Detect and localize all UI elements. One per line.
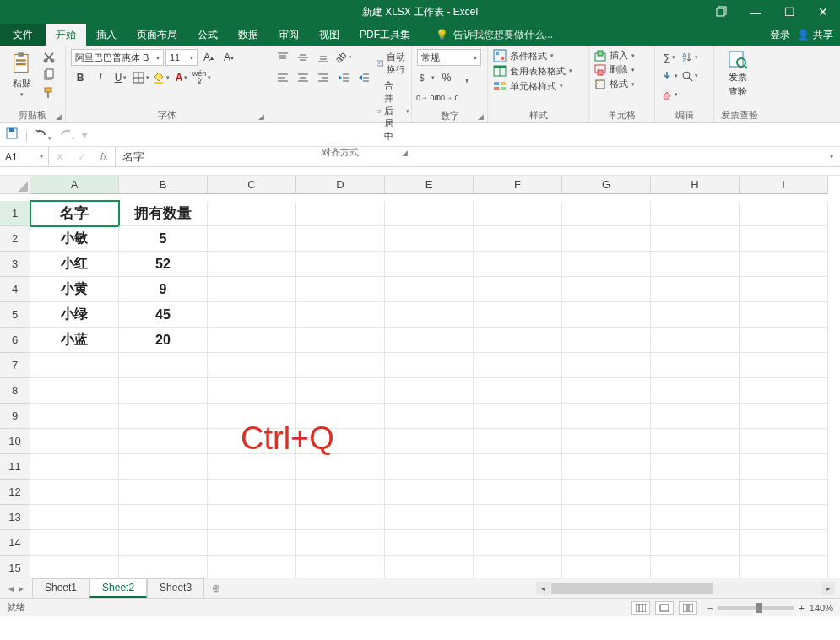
cell[interactable]	[562, 378, 651, 404]
cell[interactable]	[119, 353, 208, 378]
row-header[interactable]: 10	[0, 429, 30, 454]
fill-button[interactable]	[660, 68, 679, 84]
invoice-check-button[interactable]: 发票 查验	[719, 49, 756, 98]
cell[interactable]	[385, 302, 474, 328]
cell[interactable]	[474, 454, 562, 480]
format-cells-button[interactable]: 格式▾	[594, 78, 635, 90]
border-button[interactable]	[132, 69, 150, 86]
cell[interactable]	[474, 302, 562, 328]
wrap-text-button[interactable]: 自动换行	[377, 51, 409, 76]
name-box[interactable]: A1▾	[0, 147, 49, 166]
cell[interactable]	[385, 277, 474, 302]
sheet-nav-last[interactable]: ▸	[19, 583, 24, 594]
cell[interactable]: 45	[119, 302, 208, 328]
cell[interactable]	[740, 480, 828, 505]
zoom-value[interactable]: 140%	[810, 603, 833, 613]
cell[interactable]	[385, 480, 474, 505]
decrease-decimal-button[interactable]: .00→.0	[437, 89, 456, 106]
enter-formula-button[interactable]: ✓	[71, 151, 93, 163]
font-launcher[interactable]: ◢	[256, 112, 266, 122]
tell-me[interactable]: 💡 告诉我您想要做什么...	[436, 24, 553, 46]
cell[interactable]	[740, 505, 828, 530]
cell[interactable]	[208, 505, 296, 530]
cell[interactable]	[208, 480, 296, 505]
font-name-combo[interactable]: 阿里巴巴普惠体 B▾	[71, 49, 164, 66]
cell[interactable]	[562, 277, 651, 302]
column-header[interactable]: I	[740, 176, 828, 194]
sheet-tab[interactable]: Sheet1	[32, 578, 89, 598]
align-bottom-button[interactable]	[314, 49, 333, 66]
tab-insert[interactable]: 插入	[86, 24, 127, 46]
underline-button[interactable]: U	[111, 69, 130, 86]
cell[interactable]	[474, 252, 562, 277]
column-header[interactable]: G	[562, 176, 651, 194]
cell[interactable]	[651, 404, 740, 429]
horizontal-scrollbar[interactable]: ◂ ▸	[536, 582, 840, 595]
cell[interactable]	[296, 454, 385, 480]
cell[interactable]	[208, 277, 296, 302]
add-sheet-button[interactable]: ⊕	[204, 583, 228, 594]
cell[interactable]	[562, 454, 651, 480]
cell[interactable]	[651, 454, 740, 480]
cell[interactable]	[651, 277, 740, 302]
expand-formula-bar[interactable]: ▾	[823, 147, 840, 166]
cell[interactable]	[30, 556, 119, 578]
insert-cells-button[interactable]: 插入▾	[594, 49, 635, 62]
cell[interactable]	[119, 429, 208, 454]
cell[interactable]	[651, 302, 740, 328]
sheet-tab[interactable]: Sheet2	[89, 578, 147, 598]
cell[interactable]	[385, 353, 474, 378]
scroll-right[interactable]: ▸	[821, 582, 835, 595]
row-header[interactable]: 5	[0, 302, 30, 328]
cell[interactable]	[740, 429, 828, 454]
paste-button[interactable]: 粘贴 ▾	[5, 49, 39, 100]
cell[interactable]	[740, 404, 828, 429]
cell[interactable]	[562, 353, 651, 378]
row-header[interactable]: 11	[0, 454, 30, 480]
number-format-combo[interactable]: 常规▾	[417, 49, 481, 66]
cell[interactable]	[296, 226, 385, 252]
column-header[interactable]: B	[119, 176, 208, 194]
column-header[interactable]: A	[30, 176, 119, 194]
row-header[interactable]: 8	[0, 378, 30, 404]
cell[interactable]	[651, 429, 740, 454]
cell[interactable]	[740, 556, 828, 578]
cell[interactable]: 小黄	[30, 277, 119, 302]
row-header[interactable]: 1	[0, 201, 30, 226]
cell[interactable]	[385, 454, 474, 480]
tab-pdf[interactable]: PDF工具集	[350, 24, 420, 46]
cell[interactable]	[474, 353, 562, 378]
cell[interactable]	[740, 378, 828, 404]
cell[interactable]	[474, 226, 562, 252]
scroll-left[interactable]: ◂	[536, 582, 550, 595]
cell[interactable]	[474, 429, 562, 454]
cell[interactable]	[651, 328, 740, 353]
cell[interactable]	[651, 252, 740, 277]
cell[interactable]	[119, 454, 208, 480]
clipboard-launcher[interactable]: ◢	[53, 112, 63, 122]
cell[interactable]	[208, 454, 296, 480]
cell[interactable]	[119, 530, 208, 556]
increase-indent-button[interactable]	[355, 69, 373, 86]
row-header[interactable]: 13	[0, 505, 30, 530]
cell[interactable]	[208, 530, 296, 556]
cell[interactable]	[385, 429, 474, 454]
cell[interactable]	[740, 353, 828, 378]
autosum-button[interactable]: ∑	[660, 49, 679, 66]
cell[interactable]	[208, 556, 296, 578]
cell[interactable]	[562, 252, 651, 277]
cell[interactable]	[562, 302, 651, 328]
comma-button[interactable]: ,	[458, 69, 476, 86]
cell[interactable]	[385, 226, 474, 252]
font-color-button[interactable]: A	[172, 69, 191, 86]
view-normal-button[interactable]	[631, 601, 650, 615]
cell[interactable]	[208, 378, 296, 404]
cell[interactable]	[296, 201, 385, 226]
cell[interactable]	[651, 201, 740, 226]
cell[interactable]: 名字	[30, 201, 119, 226]
cell[interactable]	[474, 378, 562, 404]
cell-styles-button[interactable]: 单元格样式▾	[493, 79, 572, 93]
cell[interactable]	[562, 226, 651, 252]
cell[interactable]	[119, 480, 208, 505]
cell[interactable]: 小敏	[30, 226, 119, 252]
